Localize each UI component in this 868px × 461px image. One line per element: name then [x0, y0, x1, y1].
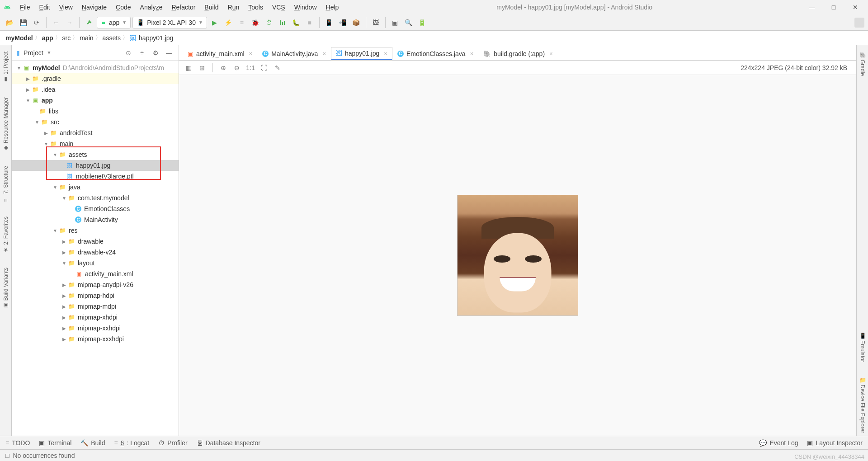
tree-idea[interactable]: ▶📁.idea — [12, 84, 179, 95]
tab-build-gradle[interactable]: 🐘build.gradle (:app)× — [478, 47, 557, 60]
search-icon[interactable]: 🔍 — [403, 17, 415, 28]
bottom-tab-todo[interactable]: ≡ TODO — [5, 439, 30, 447]
project-tree[interactable]: ▼▣myModelD:\Android\AndroidStudioProject… — [12, 61, 179, 436]
debug-button[interactable]: 🐞 — [250, 17, 261, 28]
close-icon[interactable]: × — [322, 50, 326, 57]
project-structure-icon[interactable]: ▣ — [389, 17, 401, 28]
menu-analyze[interactable]: Analyze — [137, 3, 166, 12]
tree-mipmap-hdpi[interactable]: ▶📁mipmap-hdpi — [12, 290, 179, 301]
tree-layout[interactable]: ▼📁layout — [12, 258, 179, 268]
fit-to-screen-icon[interactable]: ⛶ — [258, 62, 270, 74]
tree-mipmap-mdpi[interactable]: ▶📁mipmap-mdpi — [12, 301, 179, 312]
image-canvas[interactable] — [179, 75, 856, 436]
menu-refactor[interactable]: Refactor — [168, 3, 199, 12]
close-icon[interactable]: × — [384, 50, 387, 57]
tree-emotion-classes[interactable]: CEmotionClasses — [12, 203, 179, 214]
open-folder-icon[interactable]: 📂 — [4, 17, 15, 28]
tree-mobilenet[interactable]: 🖼mobilenetV3large.ptl — [12, 171, 179, 182]
crumb-root[interactable]: myModel — [5, 34, 33, 42]
menu-run[interactable]: Run — [224, 3, 243, 12]
menu-vcs[interactable]: VCS — [269, 3, 289, 12]
tree-drawable-v24[interactable]: ▶📁drawable-v24 — [12, 247, 179, 258]
menu-build[interactable]: Build — [201, 3, 222, 12]
tree-main[interactable]: ▼📁main — [12, 138, 179, 149]
tree-assets[interactable]: ▼📁assets — [12, 149, 179, 160]
tree-mipmap-xxxhdpi[interactable]: ▶📁mipmap-xxxhdpi — [12, 334, 179, 344]
tree-androidtest[interactable]: ▶📁androidTest — [12, 127, 179, 138]
grid-icon[interactable]: ⊞ — [196, 62, 208, 74]
gutter-tab-build-variants[interactable]: ▣Build Variants — [2, 265, 10, 311]
minimize-panel-icon[interactable]: — — [164, 48, 174, 58]
bottom-tab-database[interactable]: 🗄 Database Inspector — [197, 439, 260, 447]
settings-gear-icon[interactable]: ⚙ — [151, 48, 160, 58]
crumb-main[interactable]: main — [80, 34, 93, 42]
gutter-tab-favorites[interactable]: ★2: Favorites — [2, 214, 10, 256]
user-avatar-icon[interactable] — [854, 18, 864, 28]
run-config-selector[interactable]: app ▼ — [97, 17, 131, 28]
tree-java[interactable]: ▼📁java — [12, 182, 179, 193]
menu-code[interactable]: Code — [112, 3, 134, 12]
menu-tools[interactable]: Tools — [245, 3, 267, 12]
gutter-tab-emulator[interactable]: 📱Emulator — [859, 329, 867, 365]
tree-libs[interactable]: 📁libs — [12, 106, 179, 117]
power-save-icon[interactable]: 🔋 — [416, 17, 428, 28]
maximize-button[interactable]: □ — [828, 4, 839, 11]
sync-icon[interactable]: ⟳ — [31, 17, 42, 28]
avd-manager-icon[interactable]: 📱 — [323, 17, 335, 28]
bottom-tab-logcat[interactable]: ≡ 6: Logcat — [114, 439, 149, 447]
crumb-file[interactable]: happy01.jpg — [139, 34, 173, 42]
bottom-tab-layout-inspector[interactable]: ▣ Layout Inspector — [807, 439, 863, 447]
tree-drawable[interactable]: ▶📁drawable — [12, 236, 179, 247]
apply-code-icon[interactable]: ≡ — [236, 17, 248, 28]
minimize-button[interactable]: — — [807, 4, 817, 11]
color-picker-icon[interactable]: ✎ — [272, 62, 283, 74]
save-icon[interactable]: 💾 — [17, 17, 29, 28]
tree-gradle[interactable]: ▶📁.gradle — [12, 73, 179, 84]
stop-button[interactable]: ■ — [304, 17, 316, 28]
filter-icon[interactable]: ÷ — [137, 48, 147, 58]
tree-res[interactable]: ▼📁res — [12, 225, 179, 236]
tree-app[interactable]: ▼▣app — [12, 95, 179, 106]
tab-activity-main[interactable]: ▣activity_main.xml× — [183, 47, 257, 60]
sdk-manager-icon[interactable]: 📦 — [350, 17, 362, 28]
close-icon[interactable]: × — [470, 50, 474, 57]
tree-mipmap-xxhdpi[interactable]: ▶📁mipmap-xxhdpi — [12, 323, 179, 334]
tree-package[interactable]: ▼📁com.test.mymodel — [12, 193, 179, 203]
back-button[interactable]: ← — [50, 17, 62, 28]
menu-file[interactable]: File — [16, 3, 34, 12]
attach-debugger-icon[interactable]: 🐛 — [290, 17, 302, 28]
tab-happy01[interactable]: 🖼happy01.jpg× — [331, 47, 392, 61]
apply-changes-icon[interactable]: ⚡ — [222, 17, 234, 28]
zoom-in-icon[interactable]: ⊕ — [217, 62, 229, 74]
tree-mipmap-anydpi[interactable]: ▶📁mipmap-anydpi-v26 — [12, 279, 179, 290]
panel-title[interactable]: Project — [24, 49, 43, 56]
bottom-tab-terminal[interactable]: ▣ Terminal — [39, 439, 71, 447]
gutter-tab-device-file-explorer[interactable]: 📁Device File Explorer — [859, 374, 867, 436]
tree-root[interactable]: ▼▣myModelD:\Android\AndroidStudioProject… — [12, 62, 179, 73]
device-selector[interactable]: 📱 Pixel 2 XL API 30 ▼ — [132, 17, 207, 28]
hammer-icon[interactable] — [83, 17, 95, 28]
actual-size-icon[interactable]: 1:1 — [245, 62, 256, 74]
gutter-tab-resource-manager[interactable]: ◆Resource Manager — [2, 94, 10, 154]
tree-src[interactable]: ▼📁src — [12, 117, 179, 127]
close-icon[interactable]: × — [249, 50, 253, 57]
crumb-assets[interactable]: assets — [103, 34, 121, 42]
crumb-app[interactable]: app — [42, 34, 53, 42]
coverage-icon[interactable]: ⏱ — [263, 17, 275, 28]
tree-happy01[interactable]: 🖼happy01.jpg — [12, 160, 179, 171]
transparency-grid-icon[interactable]: ▦ — [183, 62, 194, 74]
resource-manager-icon[interactable]: 🖼 — [370, 17, 382, 28]
menu-navigate[interactable]: Navigate — [78, 3, 110, 12]
tab-main-activity[interactable]: CMainActivity.java× — [257, 47, 331, 60]
crumb-src[interactable]: src — [62, 34, 71, 42]
gutter-tab-gradle[interactable]: 🐘Gradle — [859, 49, 867, 79]
run-button[interactable]: ▶ — [209, 17, 221, 28]
profile-icon[interactable] — [277, 17, 288, 28]
menu-edit[interactable]: Edit — [36, 3, 54, 12]
bottom-tab-build[interactable]: 🔨 Build — [80, 439, 105, 447]
gutter-tab-project[interactable]: ▮1: Project — [2, 49, 10, 85]
tree-activity-main-xml[interactable]: ▣activity_main.xml — [12, 268, 179, 279]
menu-help[interactable]: Help — [322, 3, 343, 12]
device-manager-icon[interactable]: 📲 — [337, 17, 349, 28]
menu-view[interactable]: View — [56, 3, 76, 12]
